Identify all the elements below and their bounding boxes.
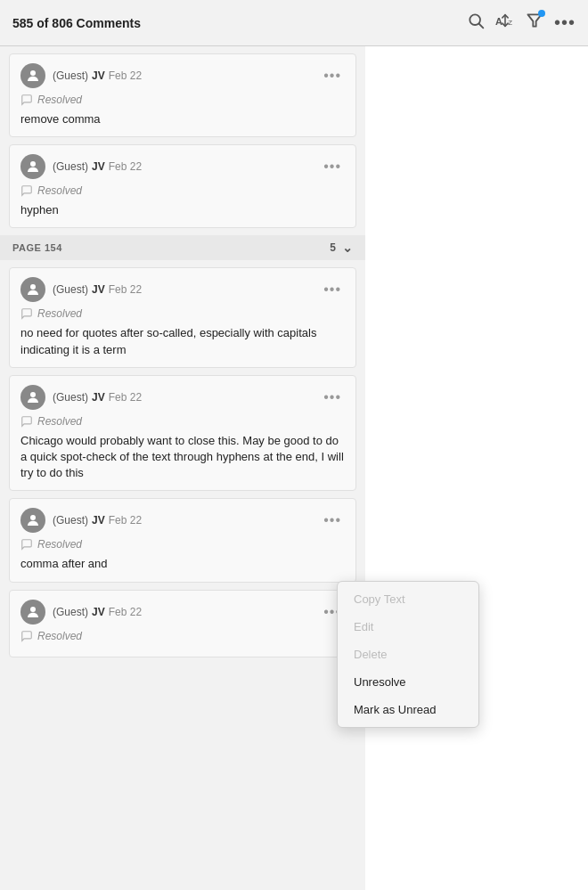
comment-meta: (Guest) JV Feb 22 — [53, 514, 320, 527]
guest-label: (Guest) — [53, 514, 88, 527]
page-label: PAGE 154 — [12, 242, 62, 253]
resolved-badge: Resolved — [20, 630, 345, 642]
search-icon[interactable] — [467, 12, 485, 34]
comment-author: JV — [92, 514, 105, 527]
comment-card: (Guest) JV Feb 22 ••• Resolved comma aft… — [9, 498, 356, 582]
comment-author: JV — [92, 160, 105, 173]
comment-author: JV — [92, 391, 105, 404]
comment-more-button[interactable]: ••• — [320, 388, 345, 407]
context-menu-unresolve[interactable]: Unresolve — [338, 668, 478, 696]
resolved-badge: Resolved — [20, 415, 345, 428]
filter-active-dot — [538, 10, 545, 17]
filter-icon[interactable] — [526, 12, 543, 34]
comment-date: Feb 22 — [109, 391, 142, 404]
comment-more-button[interactable]: ••• — [320, 157, 345, 176]
guest-label: (Guest) — [53, 606, 88, 618]
header-icons: A Z ••• — [467, 12, 576, 34]
comment-more-button[interactable]: ••• — [320, 280, 345, 299]
context-menu-mark-unread[interactable]: Mark as Unread — [338, 696, 478, 723]
context-menu-copy-text: Copy Text — [338, 585, 478, 613]
comment-card: (Guest) JV Feb 22 ••• Resolved remove co… — [9, 53, 356, 137]
avatar — [20, 385, 45, 410]
resolved-badge: Resolved — [20, 94, 345, 106]
comment-date: Feb 22 — [109, 69, 142, 82]
resolved-label: Resolved — [37, 307, 82, 320]
resolved-label: Resolved — [37, 538, 82, 551]
comment-text: no need for quotes after so-called, espe… — [20, 325, 345, 357]
svg-point-6 — [30, 70, 36, 76]
comment-meta: (Guest) JV Feb 22 — [53, 283, 320, 296]
page-chevron-icon[interactable]: ⌄ — [342, 241, 354, 255]
svg-point-8 — [30, 284, 36, 290]
svg-point-10 — [30, 515, 36, 520]
avatar — [20, 508, 45, 533]
svg-line-1 — [479, 24, 484, 29]
avatar — [20, 154, 45, 179]
comment-card: (Guest) JV Feb 22 ••• Resolved — [9, 590, 356, 657]
context-menu-edit: Edit — [338, 613, 478, 641]
sort-icon[interactable]: A Z — [495, 12, 515, 34]
comment-meta: (Guest) JV Feb 22 — [53, 606, 320, 618]
comment-meta: (Guest) JV Feb 22 — [53, 391, 320, 404]
comment-text: Chicago would probably want to close thi… — [20, 433, 345, 482]
comment-text: remove comma — [20, 111, 345, 127]
svg-point-7 — [30, 161, 36, 167]
guest-label: (Guest) — [53, 283, 88, 296]
context-menu: Copy Text Edit Delete Unresolve Mark as … — [337, 581, 479, 728]
page-comment-count: 5 — [330, 241, 336, 254]
page-separator: PAGE 154 5 ⌄ — [0, 235, 365, 260]
comment-header: (Guest) JV Feb 22 ••• — [20, 63, 345, 88]
comment-header: (Guest) JV Feb 22 ••• — [20, 385, 345, 410]
comment-text: hyphen — [20, 202, 345, 218]
context-menu-delete: Delete — [338, 641, 478, 668]
comment-meta: (Guest) JV Feb 22 — [53, 69, 320, 82]
guest-label: (Guest) — [53, 69, 88, 82]
svg-point-11 — [30, 607, 36, 612]
comment-date: Feb 22 — [109, 283, 142, 296]
comment-card: (Guest) JV Feb 22 ••• Resolved no need f… — [9, 267, 356, 367]
comment-date: Feb 22 — [109, 606, 142, 618]
resolved-label: Resolved — [37, 630, 82, 642]
resolved-label: Resolved — [37, 184, 82, 197]
avatar — [20, 277, 45, 302]
comment-card: (Guest) JV Feb 22 ••• Resolved Chicago w… — [9, 375, 356, 492]
comment-header: (Guest) JV Feb 22 ••• — [20, 600, 345, 625]
resolved-label: Resolved — [37, 415, 82, 428]
comment-date: Feb 22 — [109, 514, 142, 527]
avatar — [20, 600, 45, 625]
comments-panel: (Guest) JV Feb 22 ••• Resolved remove co… — [0, 46, 365, 890]
guest-label: (Guest) — [53, 391, 88, 404]
comment-author: JV — [92, 69, 105, 82]
comment-card: (Guest) JV Feb 22 ••• Resolved hyphen — [9, 144, 356, 228]
comment-date: Feb 22 — [109, 160, 142, 173]
resolved-badge: Resolved — [20, 538, 345, 551]
comment-count: 585 of 806 Comments — [12, 16, 454, 30]
svg-point-9 — [30, 392, 36, 397]
comment-more-button[interactable]: ••• — [320, 66, 345, 86]
svg-text:Z: Z — [508, 19, 512, 27]
resolved-badge: Resolved — [20, 307, 345, 320]
comment-more-button[interactable]: ••• — [320, 510, 345, 530]
main-layout: (Guest) JV Feb 22 ••• Resolved remove co… — [0, 46, 588, 890]
resolved-badge: Resolved — [20, 184, 345, 197]
comment-author: JV — [92, 606, 105, 618]
comment-text: comma after and — [20, 556, 345, 572]
resolved-label: Resolved — [37, 94, 82, 106]
comment-header: (Guest) JV Feb 22 ••• — [20, 277, 345, 302]
more-options-icon[interactable]: ••• — [554, 12, 576, 33]
comment-meta: (Guest) JV Feb 22 — [53, 160, 320, 173]
comment-header: (Guest) JV Feb 22 ••• — [20, 508, 345, 533]
header: 585 of 806 Comments A Z ••• — [0, 0, 588, 46]
guest-label: (Guest) — [53, 160, 88, 173]
document-panel — [365, 46, 588, 890]
svg-text:A: A — [495, 16, 502, 27]
avatar — [20, 63, 45, 88]
page-sep-right: 5 ⌄ — [330, 241, 353, 255]
comment-header: (Guest) JV Feb 22 ••• — [20, 154, 345, 179]
comment-author: JV — [92, 283, 105, 296]
